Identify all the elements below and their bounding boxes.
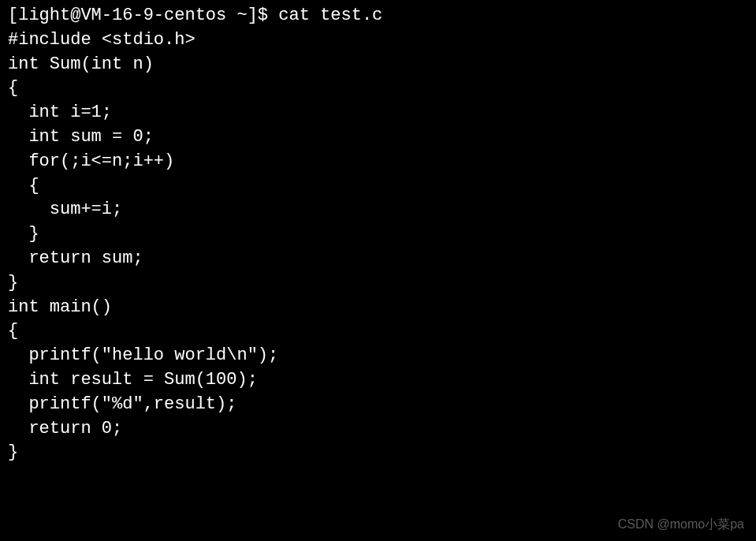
code-line: sum+=i; [8, 198, 748, 222]
code-line: printf("%d",result); [8, 393, 748, 417]
code-line: #include <stdio.h> [8, 28, 748, 53]
code-line: } [8, 441, 748, 465]
code-line: { [8, 76, 748, 101]
code-line: int sum = 0; [8, 125, 748, 150]
watermark-text: CSDN @momo小菜pa [618, 516, 744, 533]
code-line: return sum; [8, 247, 748, 271]
code-line: } [8, 271, 748, 296]
code-line: int main() [8, 296, 748, 320]
command-line: [light@VM-16-9-centos ~]$ cat test.c [8, 4, 748, 28]
code-line: return 0; [8, 417, 748, 442]
shell-prompt: [light@VM-16-9-centos ~]$ [8, 6, 278, 25]
code-line: { [8, 174, 748, 199]
code-line: for(;i<=n;i++) [8, 150, 748, 174]
code-line: { [8, 319, 748, 344]
code-line: int Sum(int n) [8, 53, 748, 77]
code-line: int i=1; [8, 101, 748, 125]
terminal-output[interactable]: [light@VM-16-9-centos ~]$ cat test.c #in… [8, 4, 748, 465]
code-line: printf("hello world\n"); [8, 344, 748, 368]
code-line: int result = Sum(100); [8, 368, 748, 393]
code-line: } [8, 222, 748, 247]
command-text: cat test.c [278, 6, 382, 25]
